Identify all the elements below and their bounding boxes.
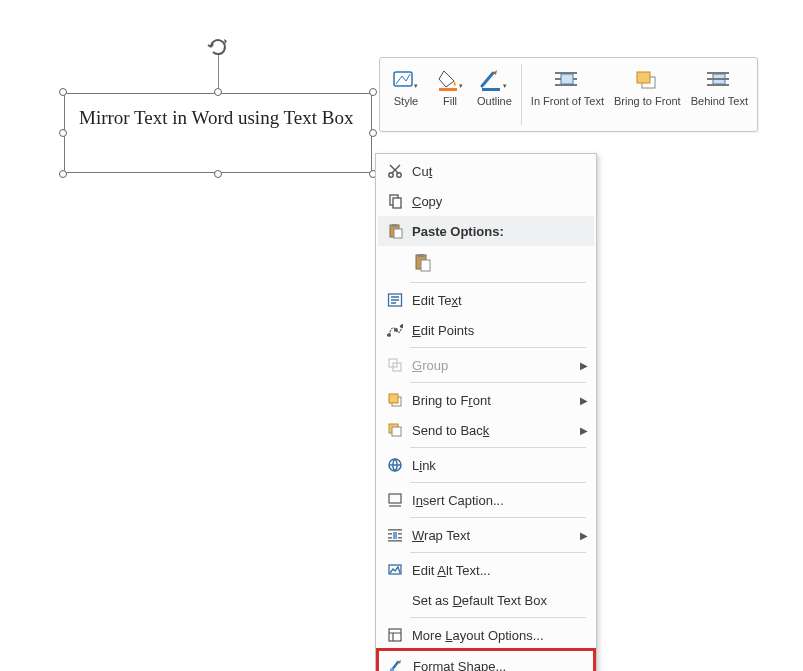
svg-rect-14 (707, 78, 729, 80)
svg-point-27 (388, 334, 391, 337)
menu-insert-caption[interactable]: Insert Caption... (378, 485, 594, 515)
menu-paste-options-label: Paste Options: (408, 224, 588, 239)
svg-point-17 (397, 173, 401, 177)
resize-handle-tm[interactable] (214, 88, 222, 96)
menu-edit-text[interactable]: Edit Text (378, 285, 594, 315)
menu-more-layout[interactable]: More Layout Options... (378, 620, 594, 650)
mini-toolbar: ▾ Style ▾ Fill ▾ Outline In Front of Tex… (379, 57, 758, 132)
edit-points-icon (382, 322, 408, 338)
textbox-content: Mirror Text in Word using Text Box (79, 107, 353, 128)
textbox-selection[interactable]: Mirror Text in Word using Text Box (64, 93, 372, 173)
svg-text:▾: ▾ (459, 82, 463, 89)
menu-bring-to-front[interactable]: Bring to Front ▶ (378, 385, 594, 415)
group-icon (382, 357, 408, 373)
svg-rect-38 (388, 529, 402, 531)
menu-copy[interactable]: Copy (378, 186, 594, 216)
submenu-arrow-icon: ▶ (576, 395, 588, 406)
behind-text-button[interactable]: Behind Text (686, 62, 753, 129)
edit-text-icon (382, 292, 408, 308)
behind-label: Behind Text (691, 95, 748, 108)
behind-icon (705, 65, 733, 95)
svg-rect-33 (389, 394, 398, 403)
resize-handle-tl[interactable] (59, 88, 67, 96)
bring-front-icon (634, 65, 660, 95)
style-button[interactable]: ▾ Style (384, 62, 428, 129)
submenu-arrow-icon: ▶ (576, 360, 588, 371)
menu-separator (410, 447, 586, 448)
svg-rect-44 (393, 532, 397, 539)
caption-icon (382, 492, 408, 508)
copy-icon (382, 193, 408, 209)
menu-format-shape-label: Format Shape... (409, 659, 587, 672)
menu-cut-label: Cut (408, 164, 588, 179)
bring-to-front-button[interactable]: Bring to Front (609, 62, 686, 129)
svg-rect-4 (482, 88, 500, 91)
menu-edit-text-label: Edit Text (408, 293, 588, 308)
svg-rect-46 (389, 629, 401, 641)
rotation-connector (218, 55, 219, 88)
menu-edit-alt-text[interactable]: Edit Alt Text... (378, 555, 594, 585)
menu-separator (410, 517, 586, 518)
menu-edit-points[interactable]: Edit Points (378, 315, 594, 345)
layout-icon (382, 627, 408, 643)
rotation-handle-icon[interactable] (206, 35, 230, 59)
menu-separator (410, 552, 586, 553)
scissors-icon (382, 163, 408, 179)
menu-send-to-back-label: Send to Back (408, 423, 576, 438)
textbox[interactable]: Mirror Text in Word using Text Box (64, 93, 372, 173)
menu-set-default-label: Set as Default Text Box (408, 593, 588, 608)
menu-group: Group ▶ (378, 350, 594, 380)
menu-separator (410, 382, 586, 383)
outline-icon: ▾ (479, 65, 509, 95)
resize-handle-mr[interactable] (369, 129, 377, 137)
format-shape-icon (383, 658, 409, 671)
style-icon: ▾ (392, 65, 420, 95)
svg-rect-15 (707, 84, 729, 86)
style-label: Style (394, 95, 418, 108)
svg-rect-40 (398, 533, 402, 535)
svg-rect-25 (421, 260, 430, 271)
svg-rect-41 (388, 537, 392, 539)
svg-rect-24 (418, 254, 424, 257)
menu-format-shape[interactable]: Format Shape... (376, 648, 596, 671)
resize-handle-bm[interactable] (214, 170, 222, 178)
outline-button[interactable]: ▾ Outline (472, 62, 517, 129)
svg-rect-19 (393, 198, 401, 208)
bring-front-label: Bring to Front (614, 95, 681, 108)
menu-copy-label: Copy (408, 194, 588, 209)
menu-separator (410, 617, 586, 618)
svg-rect-9 (561, 74, 573, 84)
svg-rect-22 (394, 229, 402, 238)
menu-edit-points-label: Edit Points (408, 323, 588, 338)
resize-handle-tr[interactable] (369, 88, 377, 96)
svg-text:▾: ▾ (503, 82, 507, 89)
menu-wrap-text[interactable]: Wrap Text ▶ (378, 520, 594, 550)
svg-rect-11 (637, 72, 650, 83)
svg-rect-39 (388, 533, 392, 535)
menu-send-to-back[interactable]: Send to Back ▶ (378, 415, 594, 445)
fill-icon: ▾ (436, 65, 464, 95)
svg-text:▾: ▾ (414, 82, 418, 89)
outline-label: Outline (477, 95, 512, 108)
menu-paste-options-header: Paste Options: (378, 216, 594, 246)
in-front-of-text-button[interactable]: In Front of Text (526, 62, 609, 129)
clipboard-icon (382, 223, 408, 239)
fill-button[interactable]: ▾ Fill (428, 62, 472, 129)
wrap-text-icon (382, 527, 408, 543)
resize-handle-bl[interactable] (59, 170, 67, 178)
fill-label: Fill (443, 95, 457, 108)
svg-rect-35 (392, 427, 401, 436)
menu-separator (410, 482, 586, 483)
paste-keep-source-button[interactable] (410, 249, 436, 277)
send-to-back-icon (382, 422, 408, 438)
menu-set-default[interactable]: Set as Default Text Box (378, 585, 594, 615)
menu-separator (410, 282, 586, 283)
context-menu: Cut Copy Paste Options: Edit Text Edit P… (375, 153, 597, 671)
resize-handle-ml[interactable] (59, 129, 67, 137)
submenu-arrow-icon: ▶ (576, 425, 588, 436)
paste-options-row (378, 246, 594, 280)
link-icon (382, 457, 408, 473)
menu-link[interactable]: Link (378, 450, 594, 480)
menu-cut[interactable]: Cut (378, 156, 594, 186)
svg-point-29 (401, 325, 404, 328)
